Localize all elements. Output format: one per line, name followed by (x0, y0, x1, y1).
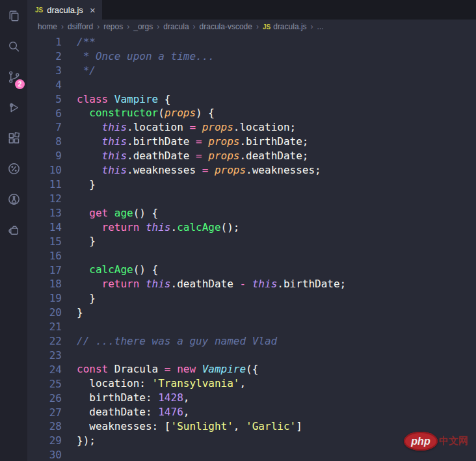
line-number: 2 (27, 49, 62, 64)
line-number: 4 (27, 78, 62, 92)
code-line[interactable]: birthDate: 1428, (77, 391, 346, 405)
code-line[interactable]: calcAge() { (77, 263, 346, 277)
breadcrumb-item-dracula-vscode[interactable]: dracula-vscode (200, 22, 252, 31)
breadcrumb: home › dsifford › repos › _orgs › dracul… (27, 20, 476, 34)
code-line[interactable]: location: 'Transylvania', (77, 376, 346, 391)
breadcrumb-item-repos[interactable]: repos (103, 22, 123, 31)
chevron-right-icon: › (157, 22, 159, 31)
line-number: 17 (27, 263, 62, 278)
code-line[interactable] (77, 78, 346, 92)
code-line[interactable]: constructor(props) { (77, 106, 346, 120)
line-number: 20 (27, 306, 62, 320)
line-number: 13 (27, 206, 62, 220)
code-line[interactable]: return this.calcAge(); (77, 220, 346, 235)
line-number: 15 (27, 235, 62, 249)
code-line[interactable]: }); (77, 434, 346, 448)
code-line[interactable]: return this.deathDate - this.birthDate; (77, 277, 346, 291)
code-area[interactable]: /** * Once upon a time... */ class Vampi… (68, 35, 346, 461)
chevron-right-icon: › (256, 22, 259, 31)
code-line[interactable]: this.deathDate = props.deathDate; (77, 149, 346, 163)
line-number: 26 (27, 391, 62, 406)
line-number-gutter: 1234567891011121314151617181920212223242… (27, 35, 68, 461)
extensions-button[interactable] (0, 123, 27, 153)
line-number: 27 (27, 406, 62, 420)
code-line[interactable] (77, 192, 346, 206)
code-line[interactable]: } (77, 291, 346, 306)
activity-bar: 2 (0, 0, 27, 461)
line-number: 30 (27, 448, 62, 461)
extension-c-button[interactable] (0, 215, 27, 245)
line-number: 3 (27, 64, 62, 78)
code-line[interactable]: } (77, 178, 346, 192)
code-line[interactable] (77, 349, 346, 363)
code-line[interactable]: this.birthDate = props.birthDate; (77, 135, 346, 149)
js-file-icon: JS (263, 23, 271, 31)
code-line[interactable] (77, 320, 346, 334)
breadcrumb-item-orgs[interactable]: _orgs (133, 22, 153, 31)
chevron-right-icon: › (97, 22, 99, 31)
code-line[interactable]: // ...there was a guy named Vlad (77, 334, 346, 349)
chevron-right-icon: › (311, 22, 313, 31)
line-number: 12 (27, 192, 62, 206)
line-number: 18 (27, 277, 62, 291)
js-file-icon: JS (35, 7, 43, 14)
chevron-right-icon: › (127, 22, 129, 31)
watermark-text: 中文网 (439, 435, 468, 447)
line-number: 9 (27, 149, 62, 163)
extension-a-button[interactable] (0, 153, 27, 184)
code-line[interactable]: this.location = props.location; (77, 120, 346, 135)
code-line[interactable] (77, 448, 346, 461)
line-number: 16 (27, 249, 62, 263)
extension-c-icon (7, 222, 21, 237)
line-number: 22 (27, 334, 62, 349)
files-explorer-button[interactable] (0, 1, 27, 31)
code-line[interactable]: } (77, 234, 346, 248)
tab-close-icon[interactable]: × (90, 5, 96, 15)
tab-label: dracula.js (47, 5, 83, 15)
line-number: 29 (27, 434, 62, 448)
line-number: 7 (27, 120, 62, 135)
code-line[interactable]: weaknesses: ['Sunlight', 'Garlic'] (77, 419, 346, 434)
editor-group: JS dracula.js × home › dsifford › repos … (27, 0, 476, 461)
line-number: 8 (27, 135, 62, 149)
line-number: 19 (27, 291, 62, 306)
breadcrumb-item-more[interactable]: ... (317, 22, 324, 31)
chevron-right-icon: › (193, 22, 196, 31)
run-debug-icon (7, 100, 21, 115)
line-number: 11 (27, 178, 62, 192)
scm-badge: 2 (15, 79, 25, 89)
run-debug-button[interactable] (0, 92, 27, 123)
search-button[interactable] (0, 31, 27, 62)
line-number: 14 (27, 220, 62, 235)
line-number: 24 (27, 363, 62, 377)
breadcrumb-item-dracula[interactable]: dracula (163, 22, 189, 31)
extension-b-button[interactable] (0, 184, 27, 215)
line-number: 6 (27, 107, 62, 121)
code-line[interactable]: * Once upon a time... (77, 49, 346, 64)
chevron-right-icon: › (61, 22, 64, 31)
code-line[interactable]: this.weaknesses = props.weaknesses; (77, 163, 346, 178)
code-line[interactable]: */ (77, 64, 346, 78)
code-line[interactable] (77, 248, 346, 263)
code-line[interactable]: const Dracula = new Vampire({ (77, 362, 346, 376)
breadcrumb-item-dsifford[interactable]: dsifford (68, 22, 93, 31)
line-number: 25 (27, 377, 62, 391)
code-line[interactable]: deathDate: 1476, (77, 405, 346, 419)
line-number: 1 (27, 35, 62, 49)
line-number: 23 (27, 349, 62, 363)
source-control-button[interactable]: 2 (0, 62, 27, 92)
code-line[interactable]: class Vampire { (77, 92, 346, 107)
files-explorer-icon (7, 8, 21, 23)
line-number: 28 (27, 419, 62, 434)
line-number: 5 (27, 92, 62, 107)
php-logo-text: php (411, 436, 430, 447)
code-line[interactable]: get age() { (77, 206, 346, 220)
code-line[interactable]: } (77, 306, 346, 320)
breadcrumb-item-home[interactable]: home (38, 22, 57, 31)
code-editor[interactable]: 1234567891011121314151617181920212223242… (27, 34, 476, 461)
breadcrumb-item-file[interactable]: dracula.js (273, 22, 306, 31)
watermark: php 中文网 (404, 432, 468, 451)
code-line[interactable]: /** (77, 35, 346, 49)
vscode-window: 2 JS dracula.js × home › ds (0, 0, 476, 461)
tab-dracula-js[interactable]: JS dracula.js × (27, 0, 102, 20)
